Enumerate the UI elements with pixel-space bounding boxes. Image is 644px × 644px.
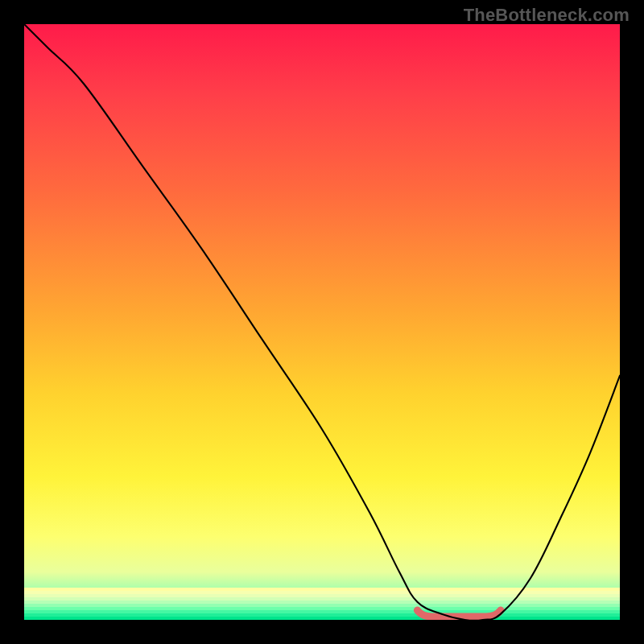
curve-layer xyxy=(24,24,620,620)
valley-highlight xyxy=(417,610,501,617)
watermark-label: TheBottleneck.com xyxy=(464,5,630,26)
bottleneck-curve xyxy=(24,24,620,620)
chart-frame: TheBottleneck.com xyxy=(0,0,644,644)
plot-area xyxy=(24,24,620,620)
